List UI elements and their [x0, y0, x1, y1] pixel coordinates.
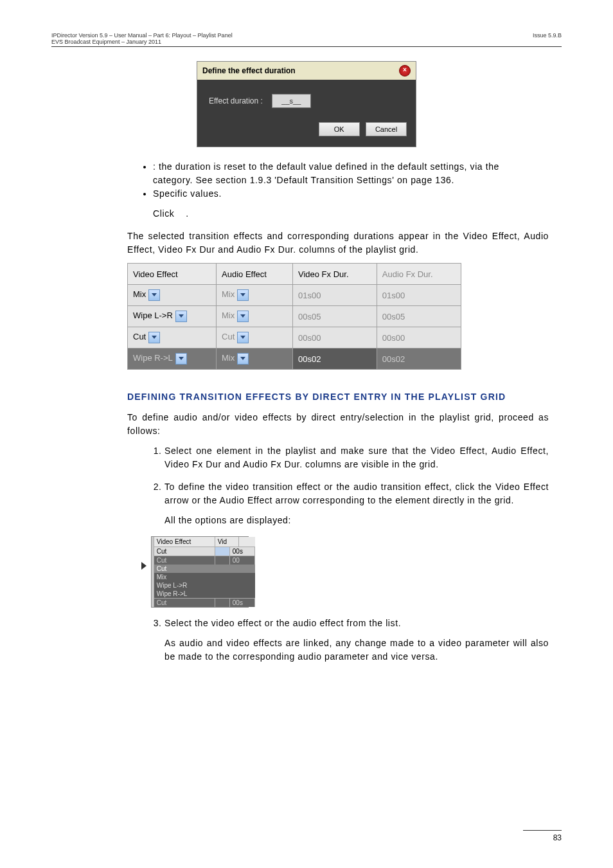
- step-1: Select one element in the playlist and m…: [164, 444, 549, 471]
- bullet-default-value: : the duration is reset to the default v…: [153, 160, 549, 187]
- table-row[interactable]: Mix Mix 01s00 01s00: [128, 285, 461, 306]
- col-audio-effect: Audio Effect: [217, 264, 293, 285]
- bullet-specific-values: Specific values.: [153, 187, 549, 201]
- play-marker-icon: [141, 562, 147, 570]
- effect-duration-input[interactable]: [272, 94, 311, 108]
- chevron-down-icon[interactable]: [237, 332, 249, 343]
- col-video-fx-dur: Video Fx Dur.: [292, 264, 377, 285]
- chevron-down-icon[interactable]: [175, 311, 187, 322]
- chevron-down-icon[interactable]: [237, 311, 249, 322]
- effects-table: Video Effect Audio Effect Video Fx Dur. …: [127, 263, 461, 370]
- chevron-down-icon[interactable]: [215, 599, 230, 607]
- chevron-down-icon[interactable]: [237, 353, 249, 365]
- ok-button[interactable]: OK: [319, 122, 360, 136]
- after-paragraph: The selected transition effects and corr…: [127, 230, 549, 257]
- chevron-down-icon[interactable]: [237, 289, 249, 301]
- chevron-down-icon[interactable]: [175, 353, 187, 365]
- dialog-title: Define the effect duration: [202, 66, 296, 75]
- table-row[interactable]: Cut Cut 00s00 00s00: [128, 327, 461, 348]
- close-icon[interactable]: ×: [399, 65, 411, 77]
- dropdown-list[interactable]: Cut Mix Wipe L->R Wipe R->L: [154, 565, 255, 598]
- section-intro: To define audio and/or video effects by …: [127, 411, 549, 438]
- page-number: 83: [523, 833, 562, 842]
- effect-duration-dialog: Define the effect duration × Effect dura…: [197, 61, 416, 147]
- page-footer: 83: [523, 830, 562, 842]
- col-audio-fx-dur: Audio Fx Dur.: [377, 264, 461, 285]
- table-row[interactable]: Wipe L->R Mix 00s05 00s05: [128, 306, 461, 327]
- header-issue: Issue 5.9.B: [533, 32, 562, 45]
- effect-duration-label: Effect duration :: [209, 96, 263, 105]
- chevron-down-icon[interactable]: [148, 332, 160, 343]
- col-video-effect: Video Effect: [128, 264, 217, 285]
- chevron-down-icon[interactable]: [215, 547, 230, 556]
- header-line1: IPDirector Version 5.9 – User Manual – P…: [51, 32, 233, 39]
- chevron-down-icon[interactable]: [148, 289, 160, 301]
- chevron-down-icon[interactable]: [215, 556, 230, 565]
- header-rule: [51, 46, 562, 47]
- cancel-button[interactable]: Cancel: [366, 122, 407, 136]
- section-title: DEFINING TRANSITION EFFECTS BY DIRECT EN…: [127, 392, 562, 402]
- page-header: IPDirector Version 5.9 – User Manual – P…: [51, 32, 562, 45]
- table-row-selected[interactable]: Wipe R->L Mix 00s02 00s02: [128, 348, 461, 370]
- video-effect-dropdown-illustration: Video Effect Vid Cut00s Cut00 Cut Mix Wi…: [151, 536, 249, 608]
- step-3: Select the video effect or the audio eff…: [164, 617, 549, 664]
- step-2: To define the video transition effect or…: [164, 480, 549, 527]
- click-instruction: Click .: [153, 207, 549, 221]
- header-line2: EVS Broadcast Equipment – January 2011: [51, 39, 233, 45]
